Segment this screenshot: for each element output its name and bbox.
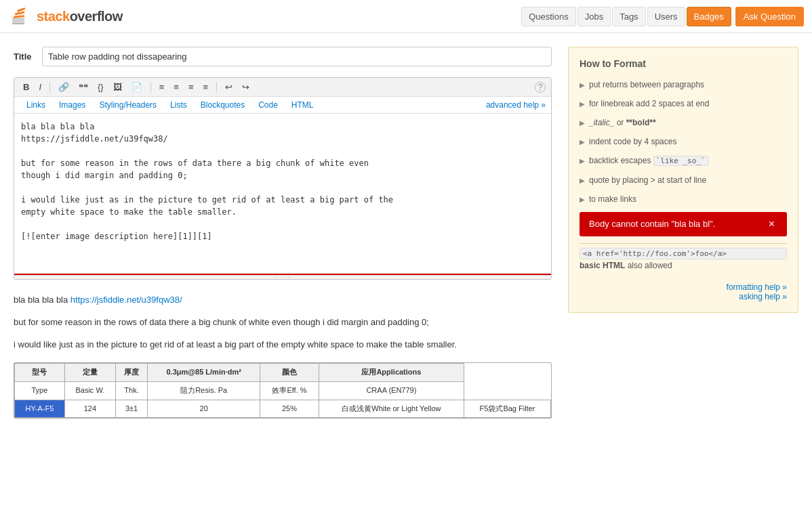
left-column: Title B I 🔗 ❝❝ {} 🖼 📄 ≡ <box>14 47 552 419</box>
error-message: Body cannot contain "bla bla bl". <box>589 219 715 229</box>
asking-help-link[interactable]: asking help » <box>580 292 787 301</box>
toolbar-separator-1 <box>49 82 50 93</box>
undo-button[interactable]: ↩ <box>222 81 236 93</box>
redo-button[interactable]: ↪ <box>239 81 253 93</box>
format-item-7: ▶ to make links <box>580 193 787 205</box>
preview-paragraph-1: bla bla bla bla https://jsfiddle.net/u39… <box>14 293 552 307</box>
title-row: Title <box>14 47 552 66</box>
table-cell: 阻力Resis. Pa <box>148 381 260 400</box>
nav-questions[interactable]: Questions <box>521 7 576 26</box>
editor-tabs: Links Images Styling/Headers Lists Block… <box>14 97 551 114</box>
quote-button[interactable]: ❝❝ <box>75 81 92 93</box>
nav-users[interactable]: Users <box>647 7 685 26</box>
format-panel: How to Format ▶ put returns between para… <box>568 47 798 313</box>
image-button[interactable]: 🖼 <box>110 81 125 93</box>
editor-box: B I 🔗 ❝❝ {} 🖼 📄 ≡ ≡ ≡ ≡ <box>14 77 552 280</box>
table-cell: 3±1 <box>115 400 147 418</box>
error-banner: Body cannot contain "bla bla bl". × <box>580 212 787 236</box>
main-container: Title B I 🔗 ❝❝ {} 🖼 📄 ≡ <box>0 33 812 432</box>
link-button[interactable]: 🔗 <box>55 81 73 93</box>
link-code-example: <a href='http://foo.com'>foo</a> <box>580 248 787 259</box>
error-close-button[interactable]: × <box>766 219 777 230</box>
bold-button[interactable]: B <box>20 81 33 93</box>
table-cell: 定量 <box>64 364 115 382</box>
table-cell: Thk. <box>115 381 147 400</box>
preview-table-container: 型号 定量 厚度 0.3μm@85 L/min·dm² 颜色 应用Applica… <box>14 362 552 419</box>
format-item-6: ▶ quote by placing > at start of line <box>580 174 787 186</box>
arrow-icon-4: ▶ <box>580 137 585 147</box>
toolbar-separator-3 <box>216 82 217 93</box>
format-item-2: ▶ for linebreak add 2 spaces at end <box>580 98 787 110</box>
advanced-help-link[interactable]: advanced help » <box>486 100 546 110</box>
svg-rect-4 <box>15 12 24 16</box>
link-note: basic HTML also allowed <box>580 261 672 270</box>
table-cell: 颜色 <box>260 364 319 382</box>
arrow-icon-6: ▶ <box>580 175 585 186</box>
arrow-icon-5: ▶ <box>580 156 585 166</box>
svg-rect-1 <box>12 20 24 22</box>
nav-jobs[interactable]: Jobs <box>577 7 611 26</box>
preview-link[interactable]: https://jsfiddle.net/u39fqw38/ <box>70 295 182 305</box>
tab-lists[interactable]: Lists <box>163 97 194 113</box>
logo-icon <box>8 4 33 28</box>
toolbar-separator-2 <box>150 82 151 93</box>
svg-rect-2 <box>12 18 24 20</box>
table-cell: Basic W. <box>64 381 115 400</box>
table-cell: 25% <box>260 400 319 418</box>
nav-tags[interactable]: Tags <box>612 7 645 26</box>
table-cell: 应用Applications <box>319 364 464 382</box>
outdent-button[interactable]: ≡ <box>199 81 211 93</box>
format-text-1: put returns between paragraphs <box>589 79 704 91</box>
format-text-3: _italic_ or **bold** <box>589 116 656 129</box>
help-icon[interactable]: ? <box>535 82 546 93</box>
editor-textarea[interactable]: bla bla bla bla https://jsfiddle.net/u39… <box>14 114 551 275</box>
tab-styling-headers[interactable]: Styling/Headers <box>92 97 163 113</box>
format-item-5: ▶ backtick escapes `like _so_` <box>580 154 787 167</box>
editor-resize-handle[interactable]: · · · <box>14 275 551 279</box>
preview-paragraph-2: but for some reason in the rows of data … <box>14 316 552 330</box>
nav-links: Questions Jobs Tags Users Badges Ask Que… <box>521 7 804 26</box>
tab-html[interactable]: HTML <box>285 97 321 113</box>
format-text-7: to make links <box>589 193 636 205</box>
format-link-area: <a href='http://foo.com'>foo</a> basic H… <box>580 243 787 274</box>
ask-question-button[interactable]: Ask Question <box>735 7 804 26</box>
format-item-1: ▶ put returns between paragraphs <box>580 79 787 91</box>
nav-badges[interactable]: Badges <box>687 7 731 26</box>
preview-text-1: bla bla bla bla <box>14 295 70 305</box>
format-item-3: ▶ _italic_ or **bold** <box>580 116 787 129</box>
format-panel-title: How to Format <box>580 58 787 69</box>
format-item-4: ▶ indent code by 4 spaces <box>580 135 787 148</box>
italic-button[interactable]: I <box>35 81 45 93</box>
arrow-icon-7: ▶ <box>580 194 585 205</box>
table-cell: CRAA (EN779) <box>319 381 464 400</box>
format-text-6: quote by placing > at start of line <box>589 174 706 186</box>
table-cell: 20 <box>148 400 260 418</box>
table-cell: F5袋式Bag Filter <box>464 400 551 418</box>
ol-button[interactable]: ≡ <box>156 81 168 93</box>
table-row: Type Basic W. Thk. 阻力Resis. Pa 效率Eff. % … <box>15 381 551 400</box>
code-button[interactable]: {} <box>94 81 107 93</box>
table-row: HY-A-F5 124 3±1 20 25% 白或浅黄White or Ligh… <box>15 400 551 418</box>
logo-text: stackoverflow <box>37 9 123 24</box>
formatting-help-link[interactable]: formatting help » <box>580 282 787 292</box>
table-cell: 白或浅黄White or Light Yellow <box>319 400 464 418</box>
resize-dots: · · · <box>275 274 291 280</box>
arrow-icon-3: ▶ <box>580 118 585 128</box>
table-cell: 0.3μm@85 L/min·dm² <box>148 364 260 382</box>
tab-code[interactable]: Code <box>251 97 285 113</box>
editor-toolbar: B I 🔗 ❝❝ {} 🖼 📄 ≡ ≡ ≡ ≡ <box>14 78 551 97</box>
arrow-icon-2: ▶ <box>580 99 585 109</box>
preview-area: bla bla bla bla https://jsfiddle.net/u39… <box>14 293 552 419</box>
ul-button[interactable]: ≡ <box>170 81 182 93</box>
tab-links[interactable]: Links <box>20 97 52 113</box>
tab-blockquotes[interactable]: Blockquotes <box>194 97 251 113</box>
preview-paragraph-3: i would like just as in the picture to g… <box>14 338 552 352</box>
table-row: 型号 定量 厚度 0.3μm@85 L/min·dm² 颜色 应用Applica… <box>15 364 551 382</box>
format-text-2: for linebreak add 2 spaces at end <box>589 98 709 110</box>
logo-area: stackoverflow <box>8 4 123 28</box>
indent-button[interactable]: ≡ <box>185 81 197 93</box>
title-input[interactable] <box>42 47 552 66</box>
file-button[interactable]: 📄 <box>128 81 146 93</box>
tab-images[interactable]: Images <box>52 97 92 113</box>
table-cell: 效率Eff. % <box>260 381 319 400</box>
